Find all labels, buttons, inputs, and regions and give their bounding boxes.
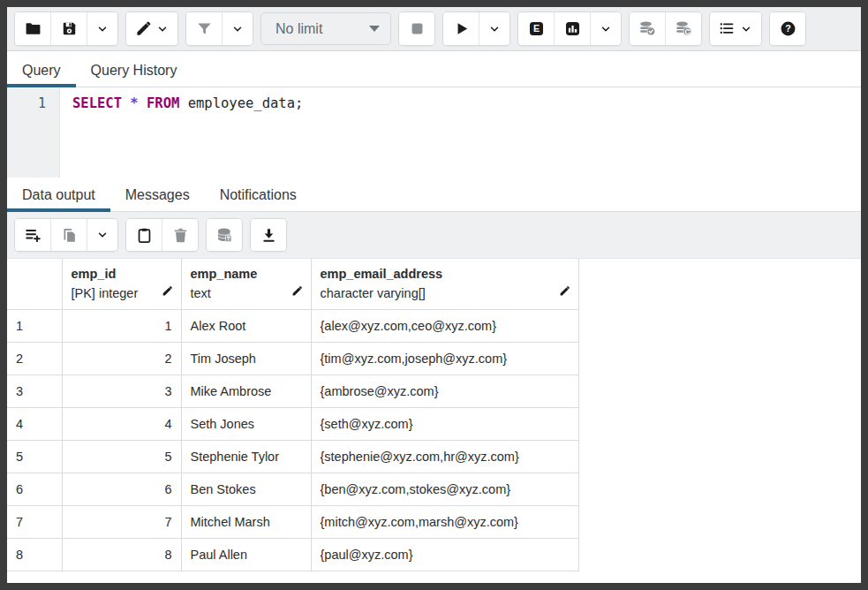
row-number[interactable]: 8 <box>7 539 62 571</box>
filter-button[interactable] <box>186 12 222 45</box>
tab-messages[interactable]: Messages <box>110 187 205 211</box>
filter-options-button[interactable] <box>222 12 253 45</box>
cell-emp-email[interactable]: {tim@xyz.com,joseph@xyz.com} <box>311 343 578 375</box>
macros-button[interactable] <box>710 12 761 45</box>
chevron-down-icon <box>96 229 109 241</box>
cell-emp-email[interactable]: {ambrose@xyz.com} <box>311 375 578 408</box>
save-options-button[interactable] <box>87 12 117 45</box>
select-all-corner[interactable] <box>7 259 62 310</box>
cell-emp-name[interactable]: Alex Root <box>181 310 311 343</box>
file-button-group <box>14 11 118 46</box>
cell-emp-email[interactable]: {ben@xyz.com,stokes@xyz.com} <box>311 473 578 506</box>
column-header-emp-email-address[interactable]: emp_email_address character varying[] <box>311 259 578 310</box>
copy-button[interactable] <box>50 219 87 251</box>
tab-notifications[interactable]: Notifications <box>205 187 312 211</box>
cell-emp-name[interactable]: Seth Jones <box>181 408 311 441</box>
row-number[interactable]: 4 <box>7 408 62 441</box>
explain-button[interactable]: E <box>518 12 554 45</box>
row-number[interactable]: 3 <box>7 375 62 408</box>
delete-button[interactable] <box>162 219 198 251</box>
cell-emp-id[interactable]: 8 <box>62 539 181 571</box>
column-type: text <box>191 284 302 303</box>
column-header-emp-id[interactable]: emp_id [PK] integer <box>62 259 181 310</box>
cell-emp-name[interactable]: Paul Allen <box>181 539 311 571</box>
cell-emp-id[interactable]: 2 <box>62 343 181 375</box>
cell-emp-email[interactable]: {seth@xyz.com} <box>311 408 578 441</box>
chevron-down-icon <box>488 23 501 35</box>
column-type: character varying[] <box>321 284 570 303</box>
column-header-emp-name[interactable]: emp_name text <box>181 259 311 310</box>
cell-emp-name[interactable]: Mitchel Marsh <box>181 506 311 539</box>
cell-emp-email[interactable]: {stephenie@xyz.com,hr@xyz.com} <box>311 441 578 473</box>
tab-query[interactable]: Query <box>7 63 76 87</box>
editor-gutter: 1 <box>7 87 60 178</box>
row-limit-select[interactable]: No limit <box>260 12 391 45</box>
chevron-down-icon <box>231 23 244 35</box>
cell-emp-name[interactable]: Mike Ambrose <box>181 375 311 408</box>
add-row-button[interactable] <box>15 219 50 251</box>
copy-options-button[interactable] <box>87 219 117 251</box>
edit-column-icon[interactable] <box>559 285 570 297</box>
cell-emp-id[interactable]: 7 <box>62 506 181 539</box>
open-file-button[interactable] <box>15 12 50 45</box>
cell-emp-id[interactable]: 4 <box>62 408 181 441</box>
transaction-button-group <box>629 11 702 46</box>
row-number[interactable]: 7 <box>7 506 62 539</box>
commit-button[interactable] <box>630 12 665 45</box>
cell-emp-id[interactable]: 3 <box>62 375 181 408</box>
filter-button-group <box>185 11 253 46</box>
cell-emp-email[interactable]: {paul@xyz.com} <box>311 539 578 571</box>
tab-query-history[interactable]: Query History <box>76 63 192 87</box>
row-number[interactable]: 1 <box>7 310 62 343</box>
folder-icon <box>25 20 42 37</box>
explain-options-button[interactable] <box>590 12 621 45</box>
database-commit-icon <box>639 20 656 37</box>
macro-button-group <box>709 11 762 46</box>
help-icon: ? <box>780 20 796 37</box>
save-data-changes-button[interactable] <box>207 219 242 251</box>
cell-emp-email[interactable]: {mitch@xyz.com,marsh@xyz.com} <box>311 506 578 539</box>
svg-text:?: ? <box>785 23 791 34</box>
execute-options-button[interactable] <box>479 12 509 45</box>
save-file-button[interactable] <box>50 12 87 45</box>
svg-text:E: E <box>532 23 539 34</box>
sql-editor[interactable]: 1 SELECT * FROM employee_data; <box>7 87 861 178</box>
sql-identifier: employee_data; <box>179 95 303 111</box>
cell-emp-id[interactable]: 5 <box>62 441 181 473</box>
cancel-query-button[interactable] <box>399 12 434 45</box>
header-row: emp_id [PK] integer emp_name text emp_em… <box>7 259 578 310</box>
table-row: 8 8 Paul Allen {paul@xyz.com} <box>7 539 578 571</box>
save-data-group <box>206 218 243 252</box>
execute-query-button[interactable] <box>443 12 479 45</box>
sql-operator-star: * <box>130 95 138 111</box>
sql-keyword-select: SELECT <box>72 95 122 111</box>
download-group <box>250 218 287 252</box>
copy-icon <box>61 227 78 244</box>
edit-button[interactable] <box>126 12 177 45</box>
cell-emp-name[interactable]: Ben Stokes <box>181 473 311 506</box>
cell-emp-name[interactable]: Stephenie Tylor <box>181 441 311 473</box>
row-number[interactable]: 6 <box>7 473 62 506</box>
download-icon <box>260 227 277 244</box>
cell-emp-email[interactable]: {alex@xyz.com,ceo@xyz.com} <box>311 310 578 343</box>
help-button[interactable]: ? <box>770 12 805 45</box>
edit-column-icon[interactable] <box>162 285 173 297</box>
cell-emp-id[interactable]: 6 <box>62 473 181 506</box>
cancel-button-group <box>398 11 435 46</box>
execute-button-group <box>442 11 510 46</box>
row-number[interactable]: 2 <box>7 343 62 375</box>
paste-button[interactable] <box>126 219 162 251</box>
edit-column-icon[interactable] <box>291 285 303 297</box>
cell-emp-id[interactable]: 1 <box>62 310 181 343</box>
clipboard-icon <box>136 227 153 244</box>
download-button[interactable] <box>251 219 286 251</box>
tab-data-output[interactable]: Data output <box>7 187 110 211</box>
rollback-button[interactable] <box>665 12 701 45</box>
table-row: 6 6 Ben Stokes {ben@xyz.com,stokes@xyz.c… <box>7 473 578 506</box>
explain-analyze-button[interactable] <box>554 12 590 45</box>
edit-button-group <box>125 11 178 46</box>
result-table: emp_id [PK] integer emp_name text emp_em… <box>7 259 579 571</box>
row-number[interactable]: 5 <box>7 441 62 473</box>
sql-code-line[interactable]: SELECT * FROM employee_data; <box>60 87 303 178</box>
cell-emp-name[interactable]: Tim Joseph <box>181 343 311 375</box>
